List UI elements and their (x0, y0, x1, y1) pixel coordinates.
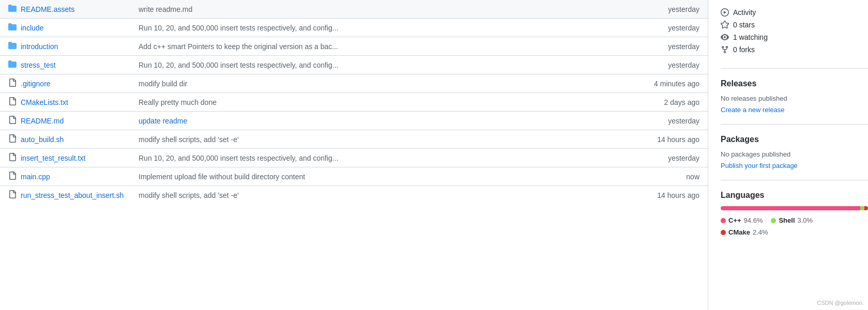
file-time: 4 minutes ago (632, 80, 699, 88)
packages-title: Packages (721, 135, 868, 144)
file-icon (8, 116, 17, 126)
file-icon (8, 190, 17, 200)
table-row: stress_testRun 10, 20, and 500,000 inser… (0, 56, 708, 74)
folder-icon (8, 23, 17, 33)
file-icon (8, 79, 17, 88)
star-icon (721, 21, 729, 29)
table-row: introductionAdd c++ smart Pointers to ke… (0, 37, 708, 56)
releases-section: Releases No releases published Create a … (721, 79, 868, 125)
packages-section: Packages No packages published Publish y… (721, 135, 868, 180)
folder-icon (8, 60, 17, 70)
file-name[interactable]: .gitignore (21, 80, 134, 88)
forks-link[interactable]: 0 forks (721, 45, 868, 54)
file-commit-message: Add c++ smart Pointers to keep the origi… (139, 42, 628, 51)
table-row: CMakeLists.txtReally pretty much done2 d… (0, 93, 708, 112)
language-dot (771, 218, 776, 223)
file-time: yesterday (632, 154, 699, 162)
language-bar (721, 206, 868, 210)
file-icon (8, 134, 17, 144)
file-time: yesterday (632, 42, 699, 51)
table-row: README.assetswrite readme.mdyesterday (0, 0, 708, 19)
table-row: main.cppImplement upload file without bu… (0, 167, 708, 186)
file-name[interactable]: auto_build.sh (21, 135, 134, 144)
file-time: 2 days ago (632, 98, 699, 106)
table-row: README.mdupdate readmeyesterday (0, 112, 708, 130)
language-pct: 94.6% (744, 216, 763, 224)
releases-empty: No releases published (721, 95, 868, 102)
language-bar-segment (721, 206, 860, 210)
language-item: Shell 3.0% (771, 216, 813, 224)
file-commit-message: modify shell scripts, add 'set -e' (139, 135, 628, 144)
table-row: run_stress_test_about_insert.shmodify sh… (0, 186, 708, 204)
watching-link[interactable]: 1 watching (721, 33, 868, 41)
file-icon (8, 153, 17, 163)
file-time: 14 hours ago (632, 135, 699, 144)
table-row: insert_test_result.txtRun 10, 20, and 50… (0, 149, 708, 167)
language-bar-segment (864, 206, 868, 210)
language-list: C++ 94.6% Shell 3.0% CMake 2.4% (721, 216, 868, 236)
file-icon (8, 97, 17, 107)
file-name[interactable]: README.md (21, 117, 134, 125)
sidebar-meta-section: Activity 0 stars 1 watching 0 forks (721, 8, 868, 69)
activity-link[interactable]: Activity (721, 8, 868, 17)
file-commit-message: Run 10, 20, and 500,000 insert tests res… (139, 61, 628, 69)
language-name: CMake (728, 228, 750, 236)
file-commit-message: Implement upload file without build dire… (139, 173, 628, 181)
file-commit-message: write readme.md (139, 5, 628, 13)
file-time: now (632, 173, 699, 181)
forks-label: 0 forks (733, 45, 755, 54)
table-row: includeRun 10, 20, and 500,000 insert te… (0, 19, 708, 37)
file-commit-message: modify build dir (139, 80, 628, 88)
language-dot (721, 218, 726, 223)
language-bar-segment (860, 206, 865, 210)
file-time: yesterday (632, 61, 699, 69)
file-list-container: README.assetswrite readme.mdyesterdayinc… (0, 0, 708, 310)
file-time: yesterday (632, 24, 699, 32)
file-name[interactable]: introduction (21, 42, 134, 51)
file-name[interactable]: main.cpp (21, 173, 134, 181)
file-commit-message: Run 10, 20, and 500,000 insert tests res… (139, 24, 628, 32)
language-item: C++ 94.6% (721, 216, 763, 224)
watermark: CSDN @golemon. (817, 300, 864, 306)
folder-icon (8, 4, 17, 14)
file-name[interactable]: README.assets (21, 5, 134, 13)
language-name: C++ (728, 216, 741, 224)
watching-label: 1 watching (733, 33, 768, 41)
file-name[interactable]: include (21, 24, 134, 32)
language-pct: 3.0% (798, 216, 813, 224)
file-time: yesterday (632, 117, 699, 125)
table-row: auto_build.shmodify shell scripts, add '… (0, 130, 708, 149)
fork-icon (721, 45, 729, 54)
folder-icon (8, 41, 17, 51)
activity-icon (721, 8, 729, 17)
packages-empty: No packages published (721, 150, 868, 158)
file-time: yesterday (632, 5, 699, 13)
file-time: 14 hours ago (632, 191, 699, 199)
language-item: CMake 2.4% (721, 228, 768, 236)
file-commit-message: modify shell scripts, add 'set -e' (139, 191, 628, 199)
language-dot (721, 230, 726, 235)
sidebar: Activity 0 stars 1 watching 0 forks Rele… (708, 0, 868, 310)
file-commit-message: Really pretty much done (139, 98, 628, 106)
releases-title: Releases (721, 79, 868, 88)
file-commit-message: Run 10, 20, and 500,000 insert tests res… (139, 154, 628, 162)
file-name[interactable]: CMakeLists.txt (21, 98, 134, 106)
publish-package-link[interactable]: Publish your first package (721, 162, 798, 169)
create-release-link[interactable]: Create a new release (721, 106, 785, 114)
languages-title: Languages (721, 191, 868, 200)
file-name[interactable]: stress_test (21, 61, 134, 69)
file-name[interactable]: insert_test_result.txt (21, 154, 134, 162)
stars-label: 0 stars (733, 21, 755, 29)
activity-label: Activity (733, 8, 756, 17)
file-icon (8, 172, 17, 181)
language-name: Shell (779, 216, 795, 224)
languages-section: Languages C++ 94.6% Shell 3.0% CMake 2.4… (721, 191, 868, 246)
file-commit-message[interactable]: update readme (139, 117, 628, 125)
table-row: .gitignoremodify build dir4 minutes ago (0, 74, 708, 93)
file-name[interactable]: run_stress_test_about_insert.sh (21, 191, 134, 199)
stars-link[interactable]: 0 stars (721, 21, 868, 29)
language-pct: 2.4% (753, 228, 768, 236)
eye-icon (721, 33, 729, 41)
